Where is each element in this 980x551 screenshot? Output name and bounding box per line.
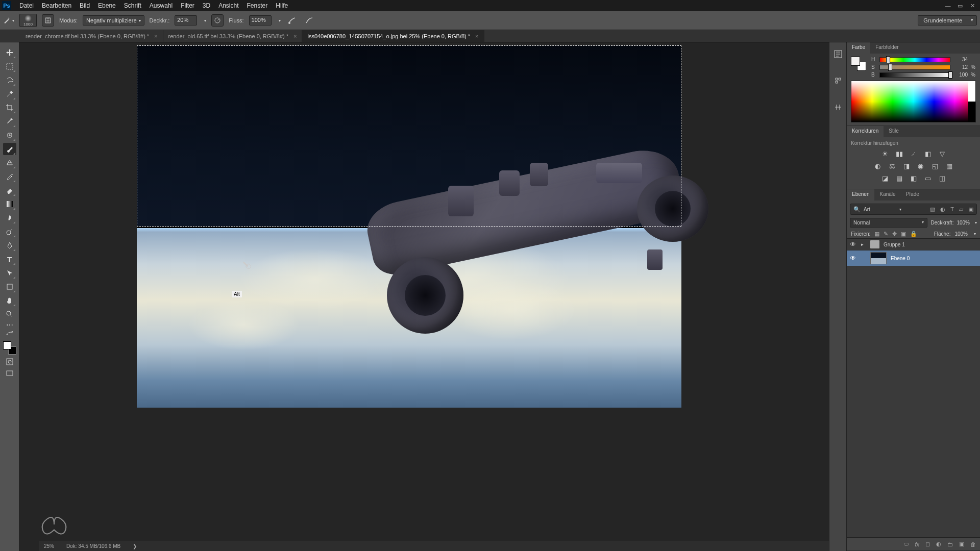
brush-tool[interactable] <box>3 143 16 155</box>
adj-hue-icon[interactable]: ◐ <box>873 161 883 170</box>
close-tab-icon[interactable]: × <box>293 33 297 39</box>
layer-name[interactable]: Gruppe 1 <box>884 242 905 247</box>
crop-tool[interactable] <box>3 102 16 114</box>
adj-colorbalance-icon[interactable]: ⚖ <box>887 161 897 170</box>
edit-toolbar[interactable]: ⋯ <box>3 322 16 328</box>
history-brush-tool[interactable] <box>3 170 16 183</box>
bri-value[interactable]: 100 <box>953 72 968 78</box>
adj-gradientmap-icon[interactable]: ▭ <box>923 173 933 183</box>
menu-schrift[interactable]: Schrift <box>120 1 145 11</box>
pressure-opacity-button[interactable] <box>211 14 224 27</box>
swap-colors-icon[interactable] <box>3 330 16 337</box>
history-panel-icon[interactable] <box>832 48 844 60</box>
lock-artboard-icon[interactable]: ▣ <box>901 231 906 237</box>
layer-filter-bar[interactable]: 🔍 Art▾ ▧ ◐ T ▱ ▣ <box>850 204 977 215</box>
blend-mode-select[interactable]: Negativ multipliziere▾ <box>83 15 144 26</box>
shape-tool[interactable] <box>3 281 16 293</box>
clone-stamp-tool[interactable] <box>3 157 16 169</box>
menu-bild[interactable]: Bild <box>76 1 94 11</box>
fill-value[interactable]: 100% <box>954 231 968 237</box>
tab-ebenen[interactable]: Ebenen <box>847 189 874 201</box>
eyedropper-tool[interactable] <box>3 115 16 128</box>
close-tab-icon[interactable]: × <box>154 33 157 39</box>
lock-position-icon[interactable]: ✥ <box>892 231 897 237</box>
move-tool[interactable] <box>3 46 16 59</box>
zoom-level[interactable]: 25% <box>44 543 54 549</box>
close-button[interactable]: ✕ <box>967 2 978 10</box>
hue-slider[interactable] <box>879 57 950 62</box>
sat-slider[interactable] <box>879 65 950 70</box>
filter-type-icon[interactable]: T <box>950 206 954 213</box>
menu-datei[interactable]: Datei <box>15 1 38 11</box>
properties-panel-icon[interactable] <box>832 75 844 86</box>
filter-kind-select[interactable]: Art <box>864 207 894 212</box>
adj-levels-icon[interactable]: ▮▮ <box>894 149 904 158</box>
layer-row[interactable]: 👁 Ebene 0 <box>847 251 980 266</box>
adj-posterize-icon[interactable]: ▤ <box>894 173 904 183</box>
hand-tool[interactable] <box>3 294 16 307</box>
document-tab[interactable]: render_chrome.tif bei 33.3% (Ebene 0, RG… <box>20 30 163 42</box>
hue-value[interactable]: 34 <box>953 57 968 62</box>
bri-slider[interactable] <box>879 72 950 78</box>
adj-brightness-icon[interactable]: ☀ <box>880 149 890 158</box>
menu-filter[interactable]: Filter <box>177 1 199 11</box>
eraser-tool[interactable] <box>3 184 16 196</box>
adj-threshold-icon[interactable]: ◧ <box>909 173 919 183</box>
menu-ebene[interactable]: Ebene <box>94 1 120 11</box>
menu-bearbeiten[interactable]: Bearbeiten <box>38 1 76 11</box>
layer-blend-mode[interactable]: Normal▾ <box>850 218 927 228</box>
workspace-preset[interactable]: Grundelemente <box>918 15 977 26</box>
menu-3d[interactable]: 3D <box>199 1 214 11</box>
maximize-button[interactable]: ▭ <box>954 2 966 10</box>
path-selection-tool[interactable] <box>3 267 16 279</box>
marquee-tool[interactable] <box>3 60 16 72</box>
sat-value[interactable]: 12 <box>953 64 968 70</box>
adj-exposure-icon[interactable]: ◧ <box>923 149 933 158</box>
filter-shape-icon[interactable]: ▱ <box>959 206 963 213</box>
new-layer-icon[interactable]: ▣ <box>959 541 964 547</box>
filter-pixel-icon[interactable]: ▧ <box>930 206 935 213</box>
adj-invert-icon[interactable]: ◪ <box>880 173 890 183</box>
tab-pfade[interactable]: Pfade <box>901 189 924 201</box>
adj-photofilter-icon[interactable]: ◉ <box>916 161 926 170</box>
color-swatches[interactable] <box>3 341 16 355</box>
brush-preset-picker[interactable]: 1000 <box>19 14 37 27</box>
status-arrow-icon[interactable]: ❯ <box>133 543 137 549</box>
zoom-tool[interactable] <box>3 308 16 320</box>
canvas-area[interactable]: Alt 25% Dok: 34.5 MB/106.6 MB ❯ <box>19 42 829 551</box>
pressure-size-button[interactable] <box>303 14 315 27</box>
magic-wand-tool[interactable] <box>3 88 16 100</box>
brush-panel-toggle[interactable] <box>42 14 54 27</box>
filter-adjust-icon[interactable]: ◐ <box>940 206 945 213</box>
flow-input[interactable]: 100% <box>249 15 272 26</box>
menu-hilfe[interactable]: Hilfe <box>272 1 292 11</box>
new-group-icon[interactable]: 🗀 <box>947 541 953 547</box>
screen-mode-button[interactable] <box>5 369 15 378</box>
close-tab-icon[interactable]: × <box>475 33 478 39</box>
visibility-toggle[interactable]: 👁 <box>850 255 857 262</box>
layer-opacity-value[interactable]: 100% <box>957 220 970 226</box>
adj-bw-icon[interactable]: ◨ <box>901 161 912 170</box>
link-layers-icon[interactable]: ⬭ <box>904 541 909 547</box>
layer-row-group[interactable]: 👁 ▸ Gruppe 1 <box>847 239 980 251</box>
adj-vibrance-icon[interactable]: ▽ <box>937 149 947 158</box>
adj-curves-icon[interactable]: ⟋ <box>909 149 919 158</box>
layer-fx-icon[interactable]: fx <box>915 541 919 547</box>
blur-tool[interactable] <box>3 212 16 224</box>
lasso-tool[interactable] <box>3 74 16 86</box>
quick-mask-button[interactable] <box>5 357 15 366</box>
color-ramp[interactable] <box>851 81 976 122</box>
pen-tool[interactable] <box>3 239 16 252</box>
adj-colorlookup-icon[interactable]: ▦ <box>944 161 954 170</box>
layer-mask-icon[interactable]: ◻ <box>925 541 930 547</box>
menu-fenster[interactable]: Fenster <box>243 1 272 11</box>
tab-korrekturen[interactable]: Korrekturen <box>847 126 884 137</box>
filter-smart-icon[interactable]: ▣ <box>968 206 973 213</box>
adjustment-layer-icon[interactable]: ◐ <box>936 541 941 547</box>
document-tab[interactable]: render_old.65.tif bei 33.3% (Ebene 0, RG… <box>163 30 303 42</box>
tab-kanaele[interactable]: Kanäle <box>874 189 900 201</box>
gradient-tool[interactable] <box>3 198 16 210</box>
lock-all-icon[interactable]: 🔒 <box>910 231 917 237</box>
menu-auswahl[interactable]: Auswahl <box>145 1 177 11</box>
type-tool[interactable]: T <box>3 253 16 265</box>
